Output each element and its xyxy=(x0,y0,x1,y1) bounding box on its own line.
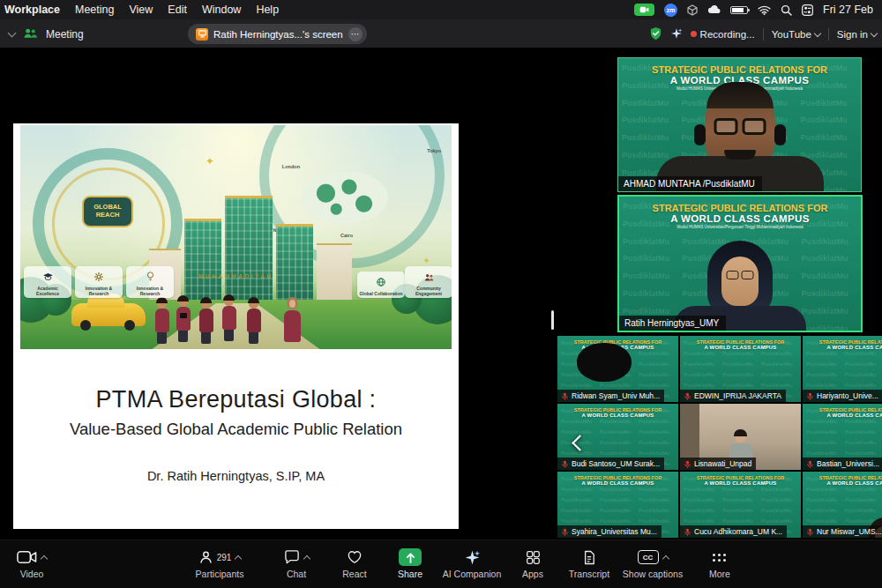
menubar-app-name[interactable]: Workplace xyxy=(4,4,60,16)
chevron-down-icon[interactable] xyxy=(8,28,17,37)
banner-line1: STRATEGIC PUBLIC RELATIONS FOR xyxy=(619,203,861,213)
building-graphic xyxy=(317,243,352,300)
toolbar-apps[interactable]: Apps xyxy=(506,547,559,579)
zoom-app-icon[interactable]: zm xyxy=(664,4,677,17)
cloud-icon[interactable] xyxy=(707,5,721,14)
toolbar-show-captions[interactable]: Show captions xyxy=(616,547,690,579)
banner-line2: A WORLD CLASS CAMPUS xyxy=(557,413,678,418)
mic-muted-icon xyxy=(684,392,691,400)
chip-label: Academic Excellence xyxy=(26,286,70,296)
toolbar-video[interactable]: Video xyxy=(7,547,56,579)
toolbar-label: Participants xyxy=(196,569,244,579)
toolbar-share[interactable]: Share xyxy=(385,547,436,579)
search-icon[interactable] xyxy=(781,4,792,16)
chevron-down-icon xyxy=(814,29,821,36)
gallery-tile[interactable]: PusdiklatMu PusdiklatMu PusdiklatMu Pusd… xyxy=(680,336,801,402)
graduation-cap-icon xyxy=(43,269,53,285)
chip-label: Innovation & Research xyxy=(77,286,121,296)
gallery-tile-camera-on[interactable]: Lisnawati_Unpad xyxy=(680,404,801,470)
gallery-tile[interactable]: PusdiklatMu PusdiklatMu PusdiklatMu Pusd… xyxy=(803,336,882,402)
gear-icon xyxy=(94,269,103,285)
sparkle-icon xyxy=(423,256,430,265)
world-map-graphic xyxy=(302,171,388,224)
chip-academic-excellence: Academic Excellence xyxy=(24,266,71,298)
mic-muted-icon xyxy=(806,460,814,468)
mic-muted-icon xyxy=(561,460,569,468)
map-label: Cairo xyxy=(340,233,353,238)
gallery-tile[interactable]: PusdiklatMu PusdiklatMu PusdiklatMu Pusd… xyxy=(557,472,678,538)
toolbar-ai-companion[interactable]: AI Companion xyxy=(437,547,507,579)
control-center-icon[interactable] xyxy=(802,4,813,16)
chevron-up-icon[interactable] xyxy=(303,555,310,562)
youtube-dropdown[interactable]: YouTube xyxy=(772,29,820,40)
toolbar-label: Share xyxy=(398,569,422,579)
toolbar-label: Show captions xyxy=(623,569,683,579)
menu-help[interactable]: Help xyxy=(256,4,279,16)
chevron-up-icon[interactable] xyxy=(662,555,669,562)
menu-edit[interactable]: Edit xyxy=(168,4,187,16)
participant-name-label: Lisnawati_Unpad xyxy=(680,458,756,470)
slide-illustration: London New York Cairo Tokyo GLOBAL REACH xyxy=(20,125,452,349)
toolbar-transcript[interactable]: Transcript xyxy=(559,547,619,579)
participant-name: Ratih Herningtyas_UMY xyxy=(624,318,719,328)
mic-muted-icon xyxy=(561,528,569,536)
video-tile-ahmad[interactable]: PusdiklatMu PusdiklatMu PusdiklatMu Pusd… xyxy=(617,57,862,192)
participant-name: Cucu Adhikomara_UM K... xyxy=(694,527,782,536)
car-graphic xyxy=(71,303,146,326)
panel-resize-handle[interactable] xyxy=(551,310,554,330)
glasses-graphic xyxy=(714,118,766,135)
banner-line2: A WORLD CLASS CAMPUS xyxy=(803,480,882,486)
chevron-down-icon xyxy=(871,29,878,36)
titlebar-left: Meeting xyxy=(9,19,84,48)
chevron-up-icon[interactable] xyxy=(41,555,48,562)
lightbulb-icon xyxy=(146,269,154,285)
menu-view[interactable]: View xyxy=(129,4,153,16)
participant-name: EDWIN_IPRIJA JAKARTA xyxy=(694,391,781,400)
pill-more-icon[interactable] xyxy=(348,27,363,41)
sign-in-button[interactable]: Sign in xyxy=(837,29,877,40)
gallery-tile[interactable]: PusdiklatMu PusdiklatMu PusdiklatMu Pusd… xyxy=(680,472,801,538)
people-icon xyxy=(424,269,434,285)
menu-window[interactable]: Window xyxy=(202,4,241,16)
menu-meeting[interactable]: Meeting xyxy=(75,4,114,16)
transcript-doc-icon xyxy=(583,550,595,565)
toolbar-label: Video xyxy=(20,569,44,579)
toolbar-chat[interactable]: Chat xyxy=(266,547,326,579)
participant-name-label: Ratih Herningtyas_UMY xyxy=(619,316,726,331)
shared-screen-pill[interactable]: Ratih Herningtyas...'s screen xyxy=(188,24,367,44)
ai-sparkle-icon[interactable] xyxy=(670,27,683,41)
gallery-prev-button[interactable] xyxy=(566,429,589,456)
participant-name-label: AHMAD MUNTAHA /PusdiklatMU xyxy=(618,176,762,191)
toolbar-label: AI Companion xyxy=(443,569,502,579)
video-tile-ratih-active-speaker[interactable]: PusdiklatMu PusdiklatMu PusdiklatMu Pusd… xyxy=(617,195,863,332)
banner-line1: STRATEGIC PUBLIC RELATIONS FOR xyxy=(618,64,861,75)
gallery-tile[interactable]: PusdiklatMu PusdiklatMu PusdiklatMu Pusd… xyxy=(557,336,678,402)
banner-line2: A WORLD CLASS CAMPUS xyxy=(680,480,801,486)
toolbar-more[interactable]: More xyxy=(693,547,746,579)
banner-line2: A WORLD CLASS CAMPUS xyxy=(557,480,678,486)
wifi-icon[interactable] xyxy=(758,5,771,15)
participant-name: Hariyanto_Unive... xyxy=(817,391,878,400)
app-cube-icon[interactable] xyxy=(687,4,698,16)
battery-icon[interactable] xyxy=(730,6,748,14)
video-camera-icon xyxy=(17,550,37,564)
participant-name-label: Nur Miswar_UMS... xyxy=(803,525,882,538)
participant-name-label: Syahira_Universitas Mu... xyxy=(557,525,662,538)
captions-cc-icon xyxy=(638,550,659,564)
camera-active-icon[interactable] xyxy=(634,4,654,16)
chevron-up-icon[interactable] xyxy=(235,555,242,562)
meeting-label[interactable]: Meeting xyxy=(46,28,84,41)
gallery-tile[interactable]: PusdiklatMu PusdiklatMu PusdiklatMu Pusd… xyxy=(803,404,882,470)
toolbar-react[interactable]: React xyxy=(326,547,383,579)
recording-indicator[interactable]: Recording... xyxy=(691,29,755,40)
gallery-tile[interactable]: PusdiklatMu PusdiklatMu PusdiklatMu Pusd… xyxy=(803,472,882,538)
participants-icon xyxy=(198,550,213,564)
toolbar-participants[interactable]: 291 Participants xyxy=(184,547,255,579)
security-shield-icon[interactable] xyxy=(649,26,662,42)
banner-line2: A WORLD CLASS CAMPUS xyxy=(619,213,861,224)
macos-menubar: Workplace Meeting View Edit Window Help … xyxy=(0,0,882,19)
participant-name-label: Cucu Adhikomara_UM K... xyxy=(680,525,787,538)
menubar-date[interactable]: Fri 27 Feb xyxy=(823,4,873,16)
menubar-status-icons: zm Fri 27 Feb xyxy=(634,4,873,17)
chip-innovation-research-2: Innovation & Research xyxy=(126,266,174,298)
